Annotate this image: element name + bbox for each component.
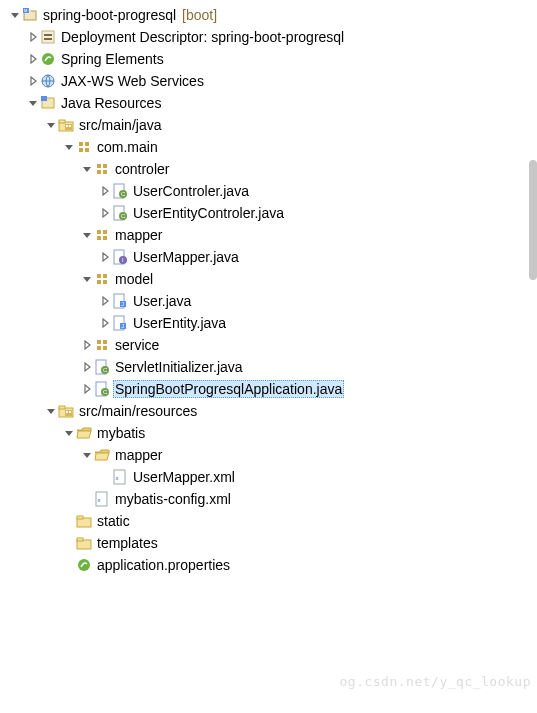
tree-node-label[interactable]: service [113,337,161,353]
expand-arrow-right-icon[interactable] [98,250,112,264]
tree-node[interactable]: Spring Elements [6,48,537,70]
tree-node-label[interactable]: Java Resources [59,95,163,111]
tree-node[interactable]: service [6,334,537,356]
expand-arrow-down-icon[interactable] [62,426,76,440]
tree-node-label[interactable]: User.java [131,293,193,309]
expand-arrow-right-icon[interactable] [26,74,40,88]
tree-node-label[interactable]: application.properties [95,557,232,573]
tree-node[interactable]: CUserControler.java [6,180,537,202]
svg-rect-32 [103,236,107,240]
no-arrow [62,558,76,572]
svg-rect-31 [97,236,101,240]
tree-node[interactable]: CServletInitializer.java [6,356,537,378]
svg-rect-15 [79,142,83,146]
tree-node-label[interactable]: ServletInitializer.java [113,359,245,375]
svg-rect-29 [97,230,101,234]
tree-node-label[interactable]: JAX-WS Web Services [59,73,206,89]
expand-arrow-right-icon[interactable] [98,206,112,220]
tree-node-label[interactable]: UserMapper.java [131,249,241,265]
tree-node[interactable]: JAX-WS Web Services [6,70,537,92]
tree-node[interactable]: mapper [6,224,537,246]
tree-node-label[interactable]: mybatis-config.xml [113,491,233,507]
tree-node-label[interactable]: UserControler.java [131,183,251,199]
tree-node-label[interactable]: mapper [113,447,164,463]
svg-rect-19 [97,164,101,168]
java-class-icon: C [94,381,110,397]
tree-node-label[interactable]: src/main/resources [77,403,199,419]
expand-arrow-down-icon[interactable] [44,118,58,132]
no-arrow [80,492,94,506]
package-icon [94,161,110,177]
expand-arrow-down-icon[interactable] [44,404,58,418]
props-icon [76,557,92,573]
tree-node-label[interactable]: static [95,513,132,529]
expand-arrow-down-icon[interactable] [80,448,94,462]
tree-node[interactable]: src/main/java [6,114,537,136]
expand-arrow-right-icon[interactable] [80,360,94,374]
tree-node[interactable]: templates [6,532,537,554]
tree-node[interactable]: M Sspring-boot-progresql[boot] [6,4,537,26]
tree-node[interactable]: controler [6,158,537,180]
expand-arrow-down-icon[interactable] [62,140,76,154]
svg-rect-17 [79,148,83,152]
tree-node-label[interactable]: templates [95,535,160,551]
tree-node-label[interactable]: controler [113,161,171,177]
tree-node[interactable]: CSpringBootProgresqlApplication.java [6,378,537,400]
tree-node-suffix: [boot] [182,7,217,23]
svg-rect-59 [66,411,68,413]
tree-node[interactable]: model [6,268,537,290]
tree-node-label[interactable]: UserEntity.java [131,315,228,331]
tree-node-label[interactable]: spring-boot-progresql [41,7,178,23]
project-explorer-tree[interactable]: M Sspring-boot-progresql[boot]Deployment… [0,0,537,576]
expand-arrow-right-icon[interactable] [80,382,94,396]
expand-arrow-down-icon[interactable] [80,162,94,176]
expand-arrow-right-icon[interactable] [98,294,112,308]
expand-arrow-down-icon[interactable] [80,228,94,242]
tree-node[interactable]: mapper [6,444,537,466]
svg-rect-5 [44,38,52,40]
xml-icon: x [94,491,110,507]
no-arrow [62,514,76,528]
expand-arrow-right-icon[interactable] [80,338,94,352]
svg-rect-3 [42,31,54,43]
scrollbar-thumb[interactable] [529,160,537,280]
tree-node[interactable]: JUserEntity.java [6,312,537,334]
expand-arrow-right-icon[interactable] [26,52,40,66]
tree-node[interactable]: application.properties [6,554,537,576]
expand-arrow-down-icon[interactable] [8,8,22,22]
tree-node-label[interactable]: mapper [113,227,164,243]
tree-node[interactable]: src/main/resources [6,400,537,422]
tree-node[interactable]: xUserMapper.xml [6,466,537,488]
tree-node[interactable]: IUserMapper.java [6,246,537,268]
tree-node-label[interactable]: Deployment Descriptor: spring-boot-progr… [59,29,346,45]
expand-arrow-right-icon[interactable] [98,316,112,330]
tree-node[interactable]: mybatis [6,422,537,444]
tree-node-label[interactable]: UserMapper.xml [131,469,237,485]
tree-node[interactable]: JUser.java [6,290,537,312]
tree-node[interactable]: CUserEntityControler.java [6,202,537,224]
tree-node-label[interactable]: SpringBootProgresqlApplication.java [113,380,344,398]
tree-node[interactable]: static [6,510,537,532]
tree-node[interactable]: com.main [6,136,537,158]
tree-node-label[interactable]: Spring Elements [59,51,166,67]
tree-node-label[interactable]: src/main/java [77,117,163,133]
jaxws-icon [40,73,56,89]
expand-arrow-right-icon[interactable] [26,30,40,44]
src-folder-icon [58,403,74,419]
tree-node-label[interactable]: UserEntityControler.java [131,205,286,221]
package-icon [94,227,110,243]
java-res-icon [40,95,56,111]
tree-node-label[interactable]: com.main [95,139,160,155]
expand-arrow-right-icon[interactable] [98,184,112,198]
tree-node-label[interactable]: model [113,271,155,287]
tree-node[interactable]: Deployment Descriptor: spring-boot-progr… [6,26,537,48]
svg-text:x: x [98,497,101,503]
tree-node[interactable]: xmybatis-config.xml [6,488,537,510]
expand-arrow-down-icon[interactable] [80,272,94,286]
no-arrow [62,536,76,550]
svg-rect-14 [69,125,71,127]
tree-node[interactable]: Java Resources [6,92,537,114]
expand-arrow-down-icon[interactable] [26,96,40,110]
svg-rect-68 [77,538,83,541]
tree-node-label[interactable]: mybatis [95,425,147,441]
